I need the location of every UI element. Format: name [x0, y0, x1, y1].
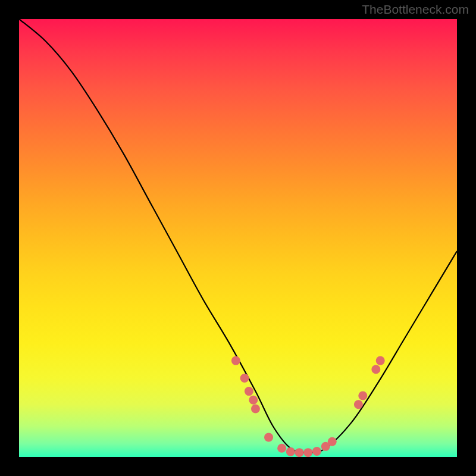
data-point-marker	[231, 356, 240, 365]
data-point-marker	[245, 387, 253, 396]
chart-plot-area	[19, 19, 457, 457]
data-point-marker	[251, 405, 260, 414]
data-point-marker	[249, 396, 258, 405]
data-point-marker	[371, 365, 380, 374]
data-point-marker	[328, 437, 337, 446]
data-point-marker	[303, 448, 312, 457]
data-point-marker	[264, 433, 273, 441]
data-point-marker	[358, 391, 367, 400]
data-point-marker	[277, 444, 286, 453]
data-point-marker	[312, 447, 321, 456]
chart-svg	[19, 19, 457, 457]
data-point-marker	[240, 374, 249, 383]
watermark-text: TheBottleneck.com	[362, 2, 469, 17]
data-point-marker	[354, 400, 363, 409]
data-point-marker	[376, 356, 385, 365]
bottleneck-curve-path	[19, 19, 457, 453]
data-point-marker	[295, 448, 304, 457]
marker-group	[231, 356, 385, 457]
data-point-marker	[286, 447, 295, 456]
